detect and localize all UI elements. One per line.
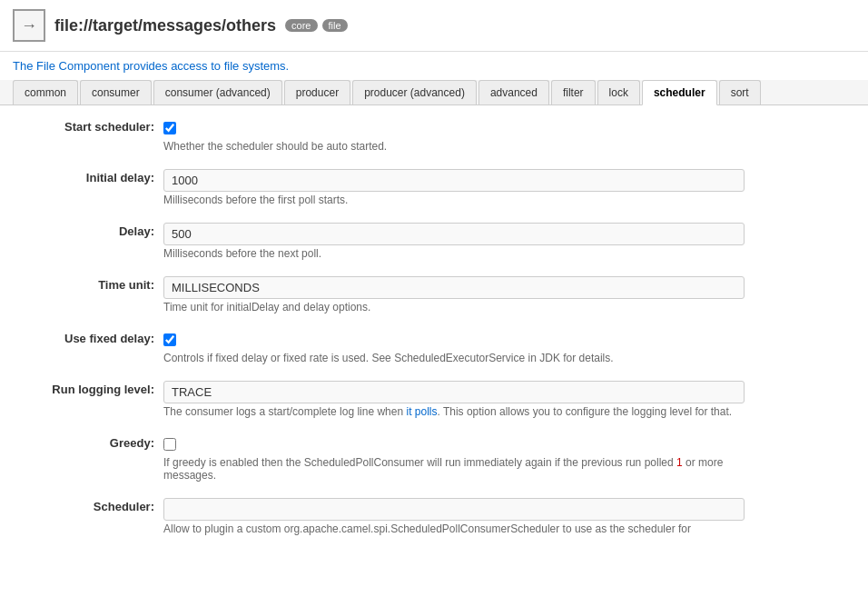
badge-core: core (285, 19, 317, 32)
field-scheduler: Scheduler: Allow to plugin a custom org.… (0, 494, 868, 544)
field-greedy: Greedy: If greedy is enabled then the Sc… (0, 431, 868, 491)
tab-filter[interactable]: filter (551, 80, 596, 104)
field-delay: Delay: Milliseconds before the next poll… (0, 219, 868, 269)
tab-lock[interactable]: lock (597, 80, 640, 104)
link-it-polls: it polls (406, 405, 437, 418)
control-delay: Milliseconds before the next poll. (163, 219, 868, 269)
label-start-scheduler: Start scheduler: (0, 114, 163, 162)
page-title: file://target/messages/others (54, 16, 276, 35)
component-icon: → (13, 9, 45, 42)
label-delay: Delay: (0, 219, 163, 269)
input-initial-delay[interactable] (163, 169, 745, 192)
control-use-fixed-delay: Controls if fixed delay or fixed rate is… (163, 326, 868, 373)
tab-scheduler[interactable]: scheduler (642, 80, 717, 105)
help-run-logging-level: The consumer logs a start/complete log l… (163, 403, 745, 423)
tab-sort[interactable]: sort (719, 80, 761, 104)
label-greedy: Greedy: (0, 431, 163, 491)
help-start-scheduler: Whether the scheduler should be auto sta… (163, 138, 745, 158)
tab-advanced[interactable]: advanced (478, 80, 549, 104)
tab-bar: common consumer consumer (advanced) prod… (0, 80, 868, 105)
tab-consumer-advanced[interactable]: consumer (advanced) (153, 80, 282, 104)
field-initial-delay: Initial delay: Milliseconds before the f… (0, 165, 868, 215)
control-initial-delay: Milliseconds before the first poll start… (163, 165, 868, 215)
tab-producer[interactable]: producer (284, 80, 350, 104)
input-scheduler[interactable] (163, 498, 745, 521)
checkbox-start-scheduler[interactable] (163, 122, 176, 134)
highlight-1: 1 (676, 456, 683, 469)
form-content: Start scheduler: Whether the scheduler s… (0, 105, 868, 557)
label-use-fixed-delay: Use fixed delay: (0, 326, 163, 373)
input-delay[interactable] (163, 223, 745, 245)
help-use-fixed-delay: Controls if fixed delay or fixed rate is… (163, 350, 745, 370)
label-run-logging-level: Run logging level: (0, 377, 163, 427)
field-run-logging-level: Run logging level: The consumer logs a s… (0, 377, 868, 427)
control-run-logging-level: The consumer logs a start/complete log l… (163, 377, 868, 427)
tab-common[interactable]: common (13, 80, 78, 104)
help-scheduler: Allow to plugin a custom org.apache.came… (163, 521, 745, 541)
input-run-logging-level[interactable] (163, 381, 745, 403)
help-greedy: If greedy is enabled then the ScheduledP… (163, 454, 745, 487)
tab-producer-advanced[interactable]: producer (advanced) (352, 80, 477, 104)
label-initial-delay: Initial delay: (0, 165, 163, 215)
control-start-scheduler: Whether the scheduler should be auto sta… (163, 114, 868, 162)
help-time-unit: Time unit for initialDelay and delay opt… (163, 299, 745, 319)
page-header: → file://target/messages/others core fil… (0, 0, 868, 52)
field-time-unit: Time unit: Time unit for initialDelay an… (0, 273, 868, 323)
help-delay: Milliseconds before the next poll. (163, 245, 745, 265)
checkbox-use-fixed-delay[interactable] (163, 333, 176, 346)
field-use-fixed-delay: Use fixed delay: Controls if fixed delay… (0, 326, 868, 373)
label-scheduler: Scheduler: (0, 494, 163, 544)
field-start-scheduler: Start scheduler: Whether the scheduler s… (0, 114, 868, 162)
control-scheduler: Allow to plugin a custom org.apache.came… (163, 494, 868, 544)
label-time-unit: Time unit: (0, 273, 163, 323)
help-initial-delay: Milliseconds before the first poll start… (163, 192, 745, 212)
tab-consumer[interactable]: consumer (80, 80, 152, 104)
input-time-unit[interactable] (163, 276, 745, 299)
checkbox-greedy[interactable] (163, 438, 176, 451)
control-time-unit: Time unit for initialDelay and delay opt… (163, 273, 868, 323)
control-greedy: If greedy is enabled then the ScheduledP… (163, 431, 868, 491)
badge-file: file (322, 19, 348, 32)
page-description: The File Component provides access to fi… (0, 52, 868, 80)
